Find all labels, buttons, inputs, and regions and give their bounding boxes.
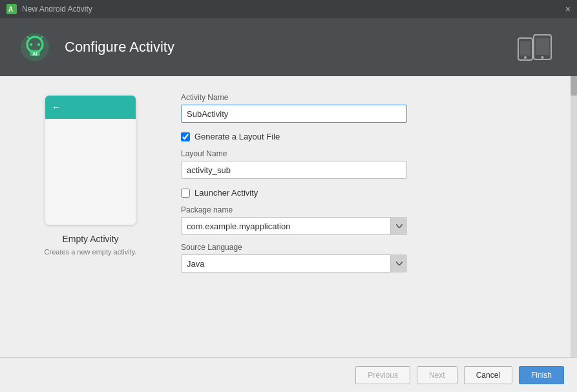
next-button[interactable]: Next [417,366,457,384]
header-device-icons [517,33,552,62]
launcher-activity-checkbox[interactable] [181,189,190,198]
generate-layout-checkbox[interactable] [181,132,190,141]
back-arrow-icon: ← [52,102,61,112]
svg-text:AI: AI [32,51,37,57]
main-content: ← Empty Activity Creates a new empty act… [0,76,577,357]
header: AI Configure Activity [0,18,577,76]
package-name-group: Package name com.example.myapplication [181,205,558,235]
svg-rect-11 [520,41,530,56]
header-left: AI Configure Activity [18,30,174,64]
svg-point-5 [37,43,40,46]
package-name-select[interactable]: com.example.myapplication [181,217,407,235]
finish-button[interactable]: Finish [519,366,564,384]
device-preview-icon [517,33,552,62]
previous-button[interactable]: Previous [355,366,410,384]
svg-text:A: A [8,6,13,13]
activity-type-description: Creates a new empty activity. [45,248,137,256]
android-studio-logo: AI [18,30,52,64]
header-title: Configure Activity [65,39,174,56]
launcher-activity-label[interactable]: Launcher Activity [194,188,258,198]
package-name-select-wrapper: com.example.myapplication [181,217,407,235]
phone-body [45,119,136,225]
footer: Previous Next Cancel Finish [0,357,577,392]
title-bar-left: A New Android Activity [6,4,92,14]
phone-header-bar: ← [45,96,136,119]
layout-name-input[interactable] [181,161,407,179]
activity-name-group: Activity Name [181,93,558,123]
title-bar-title: New Android Activity [22,5,92,14]
svg-point-4 [30,43,32,46]
source-language-select[interactable]: Java Kotlin [181,254,407,273]
source-language-group: Source Language Java Kotlin [181,243,558,273]
layout-name-label: Layout Name [181,149,558,158]
svg-point-12 [524,56,527,59]
source-language-select-wrapper: Java Kotlin [181,254,407,273]
launcher-activity-row: Launcher Activity [181,188,558,198]
generate-layout-label[interactable]: Generate a Layout File [194,132,280,141]
right-panel: Activity Name Generate a Layout File Lay… [181,89,558,344]
scrollbar-track[interactable] [571,76,577,357]
svg-rect-14 [536,38,549,55]
source-language-label: Source Language [181,243,558,252]
svg-point-15 [541,56,544,59]
title-bar: A New Android Activity × [0,0,577,18]
layout-name-group: Layout Name [181,149,558,179]
app-icon: A [6,4,17,14]
activity-type-label: Empty Activity [62,234,118,244]
scrollbar-thumb[interactable] [571,76,577,96]
left-panel: ← Empty Activity Creates a new empty act… [19,89,162,344]
close-button[interactable]: × [565,5,571,14]
header-logo: AI [18,30,52,64]
package-name-label: Package name [181,205,558,214]
activity-name-label: Activity Name [181,93,558,102]
generate-layout-row: Generate a Layout File [181,132,558,141]
phone-mockup: ← [45,96,136,225]
activity-name-input[interactable] [181,105,407,123]
cancel-button[interactable]: Cancel [464,366,512,384]
